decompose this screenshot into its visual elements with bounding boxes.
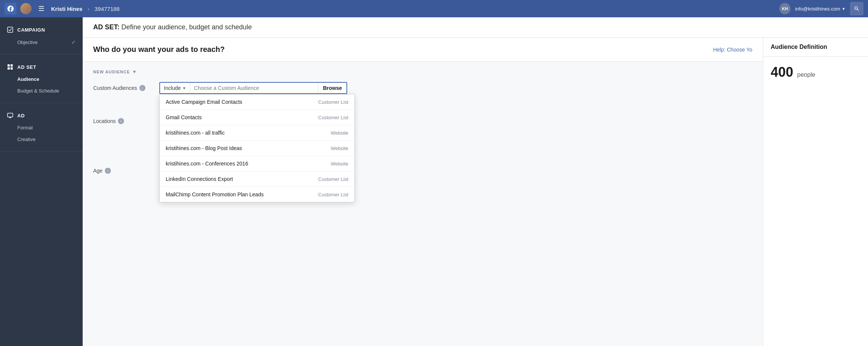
- custom-audiences-label: Custom Audiences i: [93, 82, 153, 91]
- ad-set-bold: AD SET:: [93, 23, 119, 31]
- svg-rect-4: [11, 67, 13, 70]
- dropdown-item-type-2: Website: [331, 130, 348, 136]
- search-button[interactable]: [850, 2, 863, 15]
- dropdown-item-6[interactable]: MailChimp Content Promotion Plan Leads C…: [160, 187, 354, 202]
- account-id: 39477188: [95, 6, 120, 12]
- page-header: AD SET: Define your audience, budget and…: [83, 17, 868, 38]
- sidebar-item-creative[interactable]: Creative: [0, 134, 83, 145]
- dropdown-item-type-5: Customer List: [318, 176, 348, 182]
- adset-section: AD SET Audience Budget & Schedule: [0, 55, 83, 103]
- adset-label: AD SET: [17, 64, 36, 70]
- campaign-section-header: CAMPAIGN: [0, 23, 83, 36]
- ad-label: AD: [17, 113, 25, 118]
- dropdown-item-name-3: kristihines.com - Blog Post Ideas: [166, 145, 242, 151]
- audience-dropdown-menu: Active Campaign Email Contacts Customer …: [159, 94, 355, 202]
- audience-definition-header: Audience Definition: [763, 38, 868, 57]
- svg-rect-3: [8, 67, 10, 70]
- sidebar-item-audience[interactable]: Audience: [0, 73, 83, 85]
- custom-audiences-row: Custom Audiences i Include ▼ Browse: [93, 82, 752, 94]
- sidebar-item-format[interactable]: Format: [0, 122, 83, 134]
- ad-monitor-icon: [7, 112, 14, 119]
- include-dropdown[interactable]: Include ▼: [160, 83, 190, 93]
- hamburger-menu-icon[interactable]: ☰: [35, 3, 47, 14]
- dropdown-item-name-6: MailChimp Content Promotion Plan Leads: [166, 191, 264, 197]
- who-title: Who do you want your ads to reach?: [93, 45, 225, 54]
- dropdown-item-2[interactable]: kristihines.com - all traffic Website: [160, 125, 354, 141]
- user-name: Kristi Hines: [51, 6, 82, 12]
- dropdown-item-4[interactable]: kristihines.com - Conferences 2016 Websi…: [160, 156, 354, 171]
- audience-area: NEW AUDIENCE ▼ Custom Audiences i Inc: [83, 62, 763, 346]
- locations-label: Locations i: [93, 115, 153, 124]
- content-area: AD SET: Define your audience, budget and…: [83, 17, 868, 346]
- us-form-spacer: [93, 133, 153, 136]
- dropdown-item-name-2: kristihines.com - all traffic: [166, 130, 225, 136]
- user-initials-badge: KH: [779, 3, 791, 14]
- dropdown-item-name-4: kristihines.com - Conferences 2016: [166, 161, 248, 167]
- dropdown-item-1[interactable]: Gmail Contacts Customer List: [160, 110, 354, 125]
- sidebar: CAMPAIGN Objective ✓ AD SET Audience Bud…: [0, 17, 83, 346]
- svg-rect-1: [8, 64, 10, 67]
- ad-section-header: AD: [0, 109, 83, 122]
- dropdown-item-name-1: Gmail Contacts: [166, 114, 202, 120]
- page-header-title: AD SET: Define your audience, budget and…: [93, 23, 857, 31]
- dropdown-item-type-3: Website: [331, 146, 348, 151]
- dropdown-item-type-0: Customer List: [318, 99, 348, 105]
- ad-section: AD Format Creative: [0, 103, 83, 152]
- audience-text-input[interactable]: [190, 83, 318, 93]
- dropdown-item-type-1: Customer List: [318, 115, 348, 120]
- custom-audience-input: Include ▼ Browse: [159, 82, 347, 94]
- facebook-logo-icon: [5, 3, 17, 15]
- audience-count-display: 400 people: [771, 64, 860, 80]
- browse-button[interactable]: Browse: [318, 83, 346, 93]
- svg-rect-2: [11, 64, 13, 67]
- help-link[interactable]: Help: Choose Yo: [713, 47, 752, 53]
- adset-section-header: AD SET: [0, 61, 83, 73]
- age-label: Age i: [93, 165, 153, 174]
- campaign-label: CAMPAIGN: [17, 27, 45, 33]
- dropdown-item-type-4: Website: [331, 161, 348, 167]
- audience-count-unit: people: [797, 71, 815, 78]
- top-navigation: ☰ Kristi Hines › 39477188 KH info@kristi…: [0, 0, 868, 17]
- custom-audiences-dropdown-container: Include ▼ Browse Active Campaign Email C…: [159, 82, 347, 94]
- new-audience-bar: NEW AUDIENCE ▼: [93, 69, 752, 74]
- svg-rect-0: [8, 27, 13, 32]
- new-audience-chevron-icon[interactable]: ▼: [132, 69, 137, 74]
- new-audience-label: NEW AUDIENCE: [93, 70, 130, 74]
- include-chevron-icon: ▼: [182, 86, 186, 90]
- sidebar-item-budget-schedule[interactable]: Budget & Schedule: [0, 85, 83, 97]
- sidebar-item-objective[interactable]: Objective ✓: [0, 36, 83, 48]
- locations-info-icon[interactable]: i: [118, 118, 124, 124]
- dropdown-item-type-6: Customer List: [318, 192, 348, 197]
- user-email-text: info@kristihines.com: [795, 6, 840, 12]
- user-email-dropdown[interactable]: info@kristihines.com ▼: [795, 6, 845, 12]
- adset-grid-icon: [7, 64, 14, 70]
- dropdown-item-0[interactable]: Active Campaign Email Contacts Customer …: [160, 94, 354, 110]
- dropdown-item-name-0: Active Campaign Email Contacts: [166, 99, 242, 105]
- breadcrumb-arrow-icon: ›: [88, 6, 89, 12]
- age-info-icon[interactable]: i: [105, 168, 111, 174]
- topnav-right-section: KH info@kristihines.com ▼: [779, 2, 863, 15]
- right-panel: Audience Definition 400 people: [763, 38, 868, 346]
- audience-definition-body: 400 people: [763, 57, 868, 88]
- objective-check-icon: ✓: [71, 39, 76, 45]
- svg-rect-5: [8, 113, 13, 117]
- who-section: Who do you want your ads to reach? Help:…: [83, 38, 763, 62]
- dropdown-item-name-5: LinkedIn Connections Export: [166, 176, 233, 182]
- user-avatar: [20, 3, 32, 14]
- include-label: Include: [164, 85, 181, 91]
- audience-count: 400: [771, 64, 793, 80]
- campaign-section: CAMPAIGN Objective ✓: [0, 17, 83, 55]
- dropdown-item-5[interactable]: LinkedIn Connections Export Customer Lis…: [160, 171, 354, 187]
- dropdown-item-3[interactable]: kristihines.com - Blog Post Ideas Websit…: [160, 141, 354, 156]
- campaign-checkbox-icon: [7, 26, 14, 33]
- email-dropdown-chevron-icon: ▼: [842, 7, 845, 11]
- custom-audiences-info-icon[interactable]: i: [139, 85, 145, 91]
- header-subtitle: Define your audience, budget and schedul…: [121, 23, 252, 31]
